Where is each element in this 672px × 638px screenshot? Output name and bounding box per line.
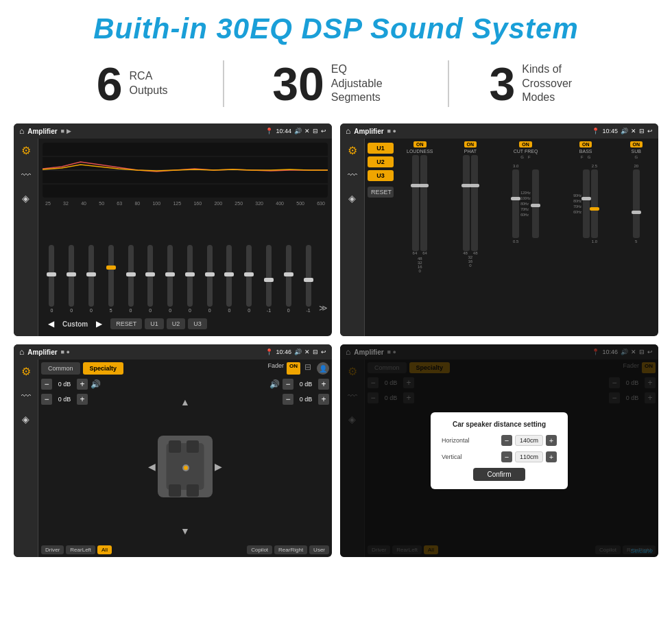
stat-eq: 30 EQ Adjustable Segments <box>223 60 448 107</box>
next-btn[interactable]: ▶ <box>91 317 108 331</box>
stat-number-eq: 30 <box>272 60 324 107</box>
home-icon-2[interactable]: ⌂ <box>346 126 350 136</box>
app-name-2: Amplifier <box>354 128 383 135</box>
time-1: 10:44 <box>276 128 291 134</box>
u1-preset[interactable]: U1 <box>368 143 394 154</box>
phat-header[interactable]: ON <box>464 141 477 147</box>
db-plus-4[interactable]: + <box>318 394 329 405</box>
db-plus-3[interactable]: + <box>318 379 329 390</box>
rear-right-btn[interactable]: RearRight <box>274 545 307 554</box>
fader-slider-icon[interactable]: ⊟ <box>304 362 311 375</box>
horizontal-minus[interactable]: − <box>501 435 512 446</box>
eq-controls: ◀ Custom ▶ RESET U1 U2 U3 <box>43 316 328 332</box>
wave-icon-2[interactable]: 〰 <box>348 169 357 180</box>
db-plus-2[interactable]: + <box>77 394 88 405</box>
custom-label: Custom <box>62 320 88 328</box>
minimize-icon-2[interactable]: ⊟ <box>639 128 645 134</box>
loudness-header[interactable]: ON <box>413 141 427 147</box>
tune-icon[interactable]: ⚙ <box>21 144 31 157</box>
play-icons-1: ■ ▶ <box>61 128 71 134</box>
db-val-3: 0 dB <box>296 381 315 388</box>
location-icon-1: 📍 <box>265 128 273 134</box>
up-arrow[interactable]: ▲ <box>180 397 190 407</box>
horizontal-plus[interactable]: + <box>546 435 557 446</box>
car-diagram: ▲ ▼ ◀ ▶ <box>144 379 226 554</box>
right-arrow[interactable]: ▶ <box>215 461 222 472</box>
reset-btn[interactable]: RESET <box>110 318 142 329</box>
u2-btn[interactable]: U2 <box>167 318 186 329</box>
wave-icon[interactable]: 〰 <box>21 169 31 180</box>
user-btn[interactable]: User <box>309 545 329 554</box>
main-title: Buith-in 30EQ DSP Sound System <box>0 0 672 52</box>
status-bar-2: ⌂ Amplifier ■ ● 📍 10:45 🔊 ✕ ⊟ ↩ <box>340 123 658 139</box>
volume-icon-1: 🔊 <box>294 128 302 134</box>
fader-tabs: Common Specialty Fader ON ⊟ 👤 <box>41 362 329 375</box>
vertical-plus[interactable]: + <box>546 451 557 462</box>
db-minus-4[interactable]: − <box>283 394 293 405</box>
eq-sliders: 0 0 0 5 0 0 0 0 0 0 0 -1 0 -1 ≫ <box>43 209 328 313</box>
db-row-4: − 0 dB + <box>283 394 329 405</box>
minimize-icon-1[interactable]: ⊟ <box>313 128 318 134</box>
user-icon-3[interactable]: 👤 <box>317 362 329 375</box>
tune-icon-3[interactable]: ⚙ <box>21 365 31 378</box>
driver-btn[interactable]: Driver <box>41 545 64 554</box>
eq-screen: ⌂ Amplifier ■ ▶ 📍 10:44 🔊 ✕ ⊟ ↩ ⚙ 〰 ◈ <box>14 123 332 336</box>
speaker-icon[interactable]: ◈ <box>22 193 29 204</box>
u3-btn[interactable]: U3 <box>188 318 207 329</box>
back-icon-1[interactable]: ↩ <box>321 128 326 134</box>
more-icon[interactable]: ≫ <box>319 303 328 313</box>
u1-btn[interactable]: U1 <box>145 318 164 329</box>
close-icon-1[interactable]: ✕ <box>304 128 310 134</box>
db-minus-3[interactable]: − <box>283 379 293 390</box>
volume-icon-2: 🔊 <box>621 128 628 134</box>
app-name-1: Amplifier <box>27 128 57 135</box>
stat-label-rca: RCA Outputs <box>130 69 168 98</box>
status-bar-1: ⌂ Amplifier ■ ▶ 📍 10:44 🔊 ✕ ⊟ ↩ <box>14 123 332 139</box>
speaker-icon-3[interactable]: ◈ <box>22 414 29 425</box>
u2-preset[interactable]: U2 <box>368 156 394 167</box>
back-icon-3[interactable]: ↩ <box>321 348 326 355</box>
stat-label-eq: EQ Adjustable Segments <box>331 62 400 105</box>
bass-header[interactable]: ON <box>579 141 592 147</box>
volume-icon-3: 🔊 <box>294 348 302 355</box>
stat-rca: 6 RCA Outputs <box>41 60 223 107</box>
close-icon-2[interactable]: ✕ <box>631 128 636 134</box>
prev-btn[interactable]: ◀ <box>43 317 60 331</box>
tune-icon-2[interactable]: ⚙ <box>348 144 357 157</box>
right-controls: 🔊 − 0 dB + − 0 dB + <box>232 379 329 554</box>
vertical-row: Vertical − 110cm + <box>442 451 557 462</box>
reset-preset[interactable]: RESET <box>368 187 394 198</box>
cutfreq-channel: ON CUT FREQ GF 3.0 0.5 120Hz100Hz <box>496 141 555 333</box>
db-plus-1[interactable]: + <box>77 379 88 390</box>
close-icon-3[interactable]: ✕ <box>304 348 310 355</box>
specialty-tab-3[interactable]: Specialty <box>83 362 124 375</box>
eq-graph <box>43 143 328 198</box>
minimize-icon-3[interactable]: ⊟ <box>313 348 318 355</box>
horizontal-value: 140cm <box>515 435 543 446</box>
db-minus-1[interactable]: − <box>41 379 52 390</box>
stat-label-crossover: Kinds of Crossover Modes <box>522 62 590 105</box>
left-arrow[interactable]: ◀ <box>148 461 156 472</box>
common-tab-3[interactable]: Common <box>41 362 80 375</box>
u3-preset[interactable]: U3 <box>368 170 394 181</box>
rear-left-btn[interactable]: RearLeft <box>66 545 95 554</box>
fader-on-badge[interactable]: ON <box>287 362 300 375</box>
home-icon-1[interactable]: ⌂ <box>19 126 24 136</box>
home-icon-3[interactable]: ⌂ <box>19 347 24 357</box>
sub-channel: ON SUB G 20 5 <box>617 141 656 333</box>
down-arrow[interactable]: ▼ <box>180 525 190 536</box>
zone-buttons: Driver RearLeft All <box>41 545 139 554</box>
sub-header[interactable]: ON <box>630 141 643 147</box>
cutfreq-header[interactable]: ON <box>519 141 532 147</box>
db-row-1: − 0 dB + 🔊 <box>41 379 139 390</box>
speaker-icon-2[interactable]: ◈ <box>348 193 356 204</box>
wave-icon-3[interactable]: 〰 <box>21 390 31 401</box>
back-icon-2[interactable]: ↩ <box>647 128 653 134</box>
confirm-button[interactable]: Confirm <box>473 468 525 481</box>
copilot-btn[interactable]: Copilot <box>247 545 272 554</box>
dialog-box: Car speaker distance setting Horizontal … <box>431 412 568 489</box>
db-minus-2[interactable]: − <box>41 394 52 405</box>
all-btn[interactable]: All <box>97 545 112 554</box>
vertical-minus[interactable]: − <box>501 451 512 462</box>
crossover-screen: ⌂ Amplifier ■ ● 📍 10:45 🔊 ✕ ⊟ ↩ ⚙ 〰 ◈ <box>340 123 658 336</box>
